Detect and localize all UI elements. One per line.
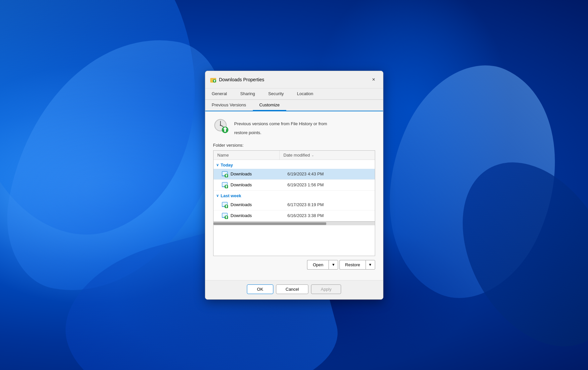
row-2-name: Downloads xyxy=(231,182,284,187)
row-4-name: Downloads xyxy=(231,213,284,218)
ok-button[interactable]: OK xyxy=(247,284,273,294)
tabs-row-1: General Sharing Security Location xyxy=(205,89,383,100)
info-line-1: Previous versions come from File History… xyxy=(234,118,327,127)
row-1-date: 6/19/2023 4:43 PM xyxy=(284,171,375,176)
table-row[interactable]: Downloads 6/19/2023 1:56 PM xyxy=(214,180,375,191)
sort-arrow-icon: ⌄ xyxy=(311,153,314,157)
restore-dropdown-button[interactable]: ▼ xyxy=(366,260,375,270)
tab-sharing[interactable]: Sharing xyxy=(234,89,262,99)
downloads-properties-dialog: Downloads Properties × General Sharing S… xyxy=(205,71,383,300)
tabs-row-2: Previous Versions Customize xyxy=(205,100,383,111)
versions-table[interactable]: Name Date modified ⌄ ∨ Today Dow xyxy=(213,150,375,256)
row-2-date: 6/19/2023 1:56 PM xyxy=(284,182,375,187)
row-3-name: Downloads xyxy=(231,202,284,207)
tab-location[interactable]: Location xyxy=(291,89,320,99)
tab-previous-versions[interactable]: Previous Versions xyxy=(205,100,253,111)
table-header: Name Date modified ⌄ xyxy=(214,151,375,160)
horizontal-scrollbar[interactable] xyxy=(214,221,375,225)
row-4-date: 6/16/2023 3:38 PM xyxy=(284,213,375,218)
restore-button[interactable]: Restore xyxy=(339,260,366,270)
info-line-2: restore points. xyxy=(234,127,327,136)
group-chevron-today: ∨ xyxy=(216,163,219,167)
open-button[interactable]: Open xyxy=(307,260,329,270)
tab-customize[interactable]: Customize xyxy=(253,100,286,111)
footer: OK Cancel Apply xyxy=(205,280,383,299)
group-today-label: Today xyxy=(221,163,233,167)
group-chevron-lastweek: ∨ xyxy=(216,194,219,198)
row-3-date: 6/17/2023 8:19 PM xyxy=(284,202,375,207)
title-bar: Downloads Properties × xyxy=(205,71,383,89)
col-date-header[interactable]: Date modified ⌄ xyxy=(280,151,375,160)
action-buttons: Open ▼ Restore ▼ xyxy=(213,260,375,270)
close-button[interactable]: × xyxy=(369,74,379,85)
tab-security[interactable]: Security xyxy=(262,89,291,99)
table-row[interactable]: Downloads 6/16/2023 3:38 PM xyxy=(214,210,375,221)
open-button-group: Open ▼ xyxy=(307,260,338,270)
info-section: Previous versions come from File History… xyxy=(213,118,375,136)
dialog-content: Previous versions come from File History… xyxy=(205,111,383,280)
folder-versions-label: Folder versions: xyxy=(213,143,375,148)
cancel-button[interactable]: Cancel xyxy=(276,284,308,294)
table-row[interactable]: Downloads 6/17/2023 8:19 PM xyxy=(214,200,375,210)
folder-icon xyxy=(210,76,216,83)
col-name-header[interactable]: Name xyxy=(214,151,280,160)
apply-button[interactable]: Apply xyxy=(311,284,341,294)
svg-point-7 xyxy=(220,125,221,126)
open-dropdown-button[interactable]: ▼ xyxy=(329,260,338,270)
download-icon-row-2 xyxy=(221,182,228,188)
group-today[interactable]: ∨ Today xyxy=(214,160,375,169)
title-bar-left: Downloads Properties xyxy=(210,76,264,83)
table-row[interactable]: Downloads 6/19/2023 4:43 PM xyxy=(214,169,375,180)
row-1-name: Downloads xyxy=(231,171,284,176)
h-scroll-thumb[interactable] xyxy=(214,222,327,225)
dialog-title: Downloads Properties xyxy=(219,77,264,82)
restore-button-group: Restore ▼ xyxy=(339,260,375,270)
download-icon-row-1 xyxy=(221,171,228,177)
group-last-week[interactable]: ∨ Last week xyxy=(214,191,375,200)
download-icon-row-3 xyxy=(221,202,228,208)
tab-general[interactable]: General xyxy=(205,89,234,99)
clock-icon xyxy=(213,118,229,134)
info-text: Previous versions come from File History… xyxy=(234,118,327,136)
download-icon-row-4 xyxy=(221,212,228,219)
group-lastweek-label: Last week xyxy=(221,193,241,198)
